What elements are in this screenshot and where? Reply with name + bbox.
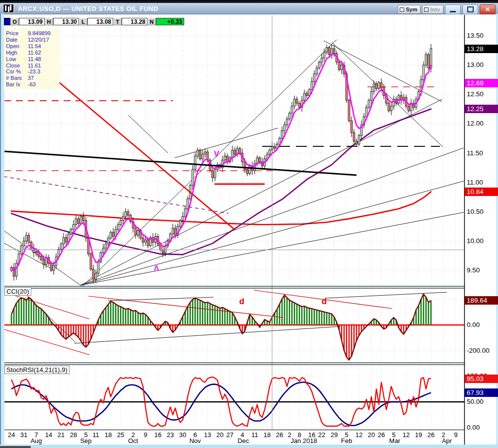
minimize-icon — [450, 11, 456, 12]
info-row: Date12/20/17 — [6, 37, 58, 43]
quote-field-label: N — [147, 18, 156, 25]
price-marker: 12.25 — [465, 105, 498, 113]
cursor-info-box: Price9.849899Date12/20/17Open11.54High11… — [4, 29, 60, 89]
info-row: Csr %-23.3 — [6, 68, 58, 75]
quote-bar: O13.09H13.30L13.08T13.28N+0.33 — [4, 18, 184, 25]
chart-annotation: d — [239, 297, 244, 306]
price-axis-tick: 10.50 — [467, 208, 484, 215]
x-axis-day-label: 23 — [164, 431, 176, 439]
price-axis-tick: 9.50 — [467, 266, 480, 274]
x-axis-month-label: Mar — [380, 437, 410, 445]
stoch-axis-tick: 50.00 — [467, 398, 484, 405]
stoch-panel-label: StochRSI(14,21(1),9) — [4, 366, 70, 374]
x-axis-month-label: Dec — [228, 437, 258, 445]
quote-field-value: 13.08 — [87, 18, 113, 25]
price-axis-tick: 13.00 — [467, 61, 484, 68]
intv-button[interactable]: Intv — [422, 5, 443, 14]
close-button[interactable]: ✕ — [480, 4, 496, 14]
x-axis-day-label: 24 — [5, 431, 17, 439]
cci-axis-tick: 0.00 — [467, 321, 480, 328]
x-axis-month-label: Apr — [432, 437, 462, 445]
chart-annotation: Λ — [154, 263, 159, 272]
restore-icon — [467, 6, 474, 12]
quote-field-value: 13.28 — [122, 18, 147, 25]
info-row: Bar Ix-63 — [6, 81, 58, 88]
minimize-button[interactable] — [445, 4, 461, 14]
x-axis-month-label: Oct — [118, 437, 148, 445]
quote-field-value: 13.30 — [53, 18, 79, 25]
quote-field-label: T — [113, 18, 122, 25]
x-axis-month-label: Nov — [180, 437, 210, 445]
price-marker: 10.84 — [465, 188, 498, 196]
x-axis-day-label: 16 — [152, 431, 164, 439]
x-axis-day-label: 18 — [261, 431, 273, 439]
intv-button-icon — [424, 7, 428, 12]
x-axis-day-label: 19 — [413, 431, 425, 439]
price-marker: 13.28 — [465, 45, 498, 53]
cci-panel-label: CCI(20) — [4, 287, 31, 296]
stoch-last-value-marker: 95.03 — [465, 375, 498, 383]
price-axis-tick: 10.00 — [467, 237, 484, 245]
app-icon — [3, 4, 14, 13]
close-icon: ✕ — [485, 6, 490, 13]
window-frame-bottom — [0, 445, 498, 448]
restore-button[interactable] — [462, 4, 478, 14]
info-row: Open11.54 — [6, 43, 58, 50]
price-axis-tick: 11.00 — [467, 179, 483, 186]
stoch-last-value-marker: 67.93 — [465, 388, 498, 397]
chart-window: VΛdd ARCX:USO,D — UNITED STATES OIL FUND… — [0, 0, 498, 448]
info-row: High11.62 — [6, 50, 58, 56]
quote-field-label: H — [45, 18, 53, 25]
chart-annotation: d — [322, 297, 327, 306]
sym-button-icon — [400, 7, 404, 12]
chart-canvas[interactable]: VΛdd — [0, 0, 498, 448]
x-axis-month-label: Sep — [71, 437, 101, 445]
quote-field-value: 13.09 — [19, 18, 45, 25]
quote-field-value: +0.33 — [156, 18, 184, 25]
quote-field-label: O — [10, 18, 19, 25]
info-row: Low11.48 — [6, 56, 58, 63]
x-axis-day-label: 21 — [55, 431, 67, 439]
x-axis-month-label: Feb — [332, 437, 361, 445]
quote-color-square — [4, 18, 10, 25]
x-axis-day-label: 18 — [102, 431, 114, 439]
cci-last-value-marker: 189.64 — [465, 296, 498, 305]
quote-field-label: L — [79, 18, 87, 25]
bottom-left-shadow — [0, 446, 31, 448]
price-axis-tick: 12.50 — [467, 90, 484, 98]
info-row: Close11.61 — [6, 63, 58, 69]
info-row: Price9.849899 — [6, 30, 58, 37]
stoch-axis-tick: 0.00 — [467, 424, 480, 431]
price-axis-tick: 13.50 — [467, 32, 484, 39]
price-axis-tick: 12.00 — [467, 120, 484, 127]
sym-button[interactable]: Sym — [398, 5, 421, 14]
info-row: # Bars37 — [6, 75, 58, 81]
price-marker: 12.69 — [465, 79, 498, 87]
chart-annotation: V — [214, 150, 219, 158]
title-bar[interactable]: ARCX:USO,D — UNITED STATES OIL FUND Sym … — [0, 3, 498, 14]
cci-axis-tick: -200.00 — [467, 347, 490, 354]
price-axis-tick: 11.50 — [467, 149, 483, 157]
window-title: ARCX:USO,D — UNITED STATES OIL FUND — [18, 5, 158, 12]
x-axis-month-label: Aug — [21, 437, 51, 445]
x-axis-month-label: Jan 2018 — [289, 437, 319, 445]
